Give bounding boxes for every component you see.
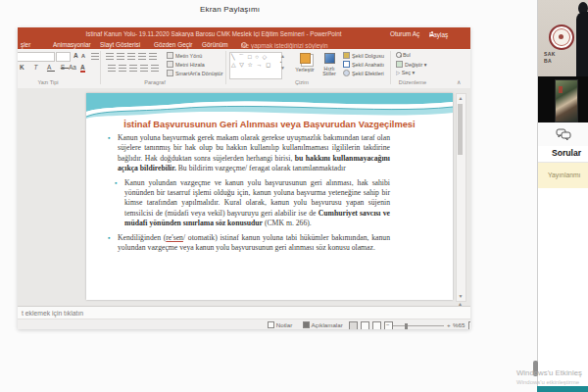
- bullet-icon: ▪: [108, 133, 110, 143]
- select-button[interactable]: ▷ Seç ▾: [396, 70, 435, 75]
- quick-styles-button[interactable]: Hızlı Stiller: [318, 53, 340, 76]
- collapse-ribbon-icon[interactable]: ∧: [457, 78, 461, 85]
- shape-effects-button[interactable]: Şekil Efektleri: [343, 70, 386, 76]
- replace-button[interactable]: Değiştir ▾: [396, 61, 435, 68]
- bullet-icon: ▪: [115, 178, 117, 188]
- shapes-gallery[interactable]: ╲ ⌒ □ ○ ◇△ ▽ ☆ → ◻: [229, 52, 282, 79]
- smartart-convert-button[interactable]: SmartArt'a Dönüştür: [167, 70, 223, 76]
- slide-bullet-3: ▪ Kendiliğinden (re'sen/ otomatik) istin…: [108, 233, 390, 254]
- screen-share-label: Ekran Paylaşımı: [200, 5, 260, 14]
- zoom-slider[interactable]: [393, 325, 444, 326]
- slide-scrollbar[interactable]: ▲ ▼: [456, 93, 466, 302]
- indent-decrease-icon[interactable]: [127, 53, 135, 60]
- notes-placeholder[interactable]: t eklemek için tıklatın: [22, 310, 83, 317]
- notes-icon: [268, 321, 274, 328]
- notes-toggle[interactable]: Notlar: [265, 321, 292, 328]
- align-text-icon: [167, 61, 173, 68]
- font-size-combobox[interactable]: [56, 52, 71, 62]
- self-view-thumbnail[interactable]: [555, 79, 578, 122]
- webinar-qa-panel: SAK BA Sorular Yayınlanmı: [537, 0, 588, 392]
- qa-published-tab[interactable]: Yayınlanmı: [538, 163, 588, 188]
- align-center-icon[interactable]: [119, 65, 126, 72]
- qa-panel-header: [538, 122, 588, 146]
- tab-gozden-gecir[interactable]: Gözden Geçir: [154, 41, 192, 48]
- reading-view-icon[interactable]: [372, 321, 381, 329]
- search-icon: [396, 52, 401, 57]
- group-separator: [225, 51, 226, 84]
- speaker-video[interactable]: SAK BA: [538, 0, 588, 122]
- fit-to-window-icon[interactable]: [468, 321, 470, 329]
- tab-slayt-gosterisi[interactable]: Slayt Gösterisi: [100, 41, 140, 48]
- cursor-icon: ▷: [396, 70, 400, 75]
- align-left-icon[interactable]: [108, 65, 116, 72]
- comments-toggle[interactable]: Açıklamalar: [300, 321, 343, 328]
- slide-canvas[interactable]: İstinaf Başvurusunun Geri Alınması veya …: [86, 93, 453, 300]
- drawing-group-label: Çizim: [287, 79, 317, 85]
- shapes-gallery-scroll[interactable]: ▲▪▼: [280, 53, 285, 71]
- slide-bullet-1: ▪ Kanun yoluna başvurmak gerek makam ola…: [108, 133, 390, 174]
- screen-share-view: Ekran Paylaşımı İstinaf Kanun Yolu- 19.1…: [0, 0, 588, 392]
- font-group-label: Yazı Tipi: [31, 79, 65, 85]
- scrollbar-thumb[interactable]: [458, 104, 463, 155]
- speech-bubbles-icon: [556, 128, 571, 141]
- clear-formatting-icon[interactable]: [91, 53, 99, 60]
- scroll-down-icon[interactable]: ▼: [457, 293, 465, 299]
- windows-activation-watermark-line2: Windows'u etkinleştirme: [516, 379, 579, 385]
- align-right-icon[interactable]: [129, 65, 137, 72]
- window-title: İstinaf Kanun Yolu- 19.11.2020 Sakarya B…: [67, 30, 361, 37]
- shape-outline-button[interactable]: Şekil Anahattı: [343, 61, 386, 68]
- tab-animasyonlar[interactable]: Animasyonlar: [53, 41, 91, 48]
- tab-gecisler-partial[interactable]: şler: [21, 41, 30, 48]
- notes-pane[interactable]: t eklemek için tıklatın: [18, 306, 470, 319]
- shape-outline-icon: [343, 61, 350, 68]
- strikethrough-button: S: [61, 64, 69, 71]
- numbered-list-icon[interactable]: [117, 53, 124, 60]
- change-case-button[interactable]: Aa: [69, 64, 76, 71]
- font-style-buttons[interactable]: K T A S: [20, 64, 69, 71]
- align-text-button[interactable]: Metni Hizala: [167, 61, 223, 68]
- bullet-icon: ▪: [108, 233, 110, 243]
- shape-fill-button[interactable]: Şekil Dolgusu: [343, 52, 386, 59]
- smartart-icon: [167, 70, 173, 76]
- text-direction-button[interactable]: Metin Yönü: [167, 52, 223, 59]
- tab-gorunum[interactable]: Görünüm: [202, 41, 228, 48]
- slide-editing-area: İstinaf Başvurusunun Geri Alınması veya …: [18, 88, 470, 306]
- powerpoint-window: İstinaf Kanun Yolu- 19.11.2020 Sakarya B…: [18, 27, 470, 329]
- find-button[interactable]: Bul: [396, 52, 435, 58]
- slide-body-text: ▪ Kanun yoluna başvurmak gerek makam ola…: [108, 133, 390, 257]
- italic-button: T: [34, 64, 42, 71]
- shape-effects-icon: [343, 70, 350, 76]
- qa-panel-title: Sorular: [552, 148, 581, 158]
- zoom-slider-thumb[interactable]: [405, 323, 408, 329]
- bar-association-logo: [549, 24, 574, 50]
- ribbon: A A K T A S Aa A Yazı Tipi Metin Yönü Me…: [18, 49, 470, 89]
- paragraph-group-label: Paragraf: [135, 79, 174, 85]
- grow-font-button[interactable]: A: [74, 52, 78, 59]
- bold-button: K: [20, 64, 28, 71]
- slide-bullet-2: ▪ Kanun yolundan vazgeçme ve kanun yolu …: [115, 178, 390, 229]
- poster-text-line2: BA: [544, 58, 577, 64]
- shrink-font-button[interactable]: A: [81, 53, 85, 59]
- slide-sorter-view-icon[interactable]: [361, 321, 369, 329]
- underline-button: A: [47, 64, 55, 71]
- status-bar: Notlar Açıklamalar − + %65: [18, 318, 470, 329]
- zoom-out-button[interactable]: −: [386, 321, 390, 328]
- scroll-up-icon[interactable]: ▲: [457, 95, 465, 101]
- line-spacing-icon[interactable]: [149, 53, 157, 60]
- poster-text-line1: SAK: [544, 51, 577, 57]
- normal-view-icon[interactable]: [349, 321, 358, 329]
- sign-in-button[interactable]: Oturum Aç: [390, 30, 419, 37]
- bullet-list-icon[interactable]: [106, 53, 114, 60]
- zoom-level[interactable]: %65: [453, 321, 465, 328]
- justify-icon[interactable]: [140, 65, 148, 72]
- font-color-button[interactable]: A: [80, 64, 85, 73]
- comments-icon: [303, 321, 310, 328]
- indent-increase-icon[interactable]: [138, 53, 146, 60]
- columns-icon[interactable]: [151, 65, 159, 72]
- zoom-in-button[interactable]: +: [447, 321, 451, 328]
- editing-group-label: Düzenleme: [388, 79, 437, 85]
- replace-icon: [396, 61, 403, 68]
- font-name-combobox[interactable]: [18, 52, 55, 62]
- arrange-button[interactable]: Yerleştir: [292, 53, 318, 73]
- ribbon-tab-row: şler Animasyonlar Slayt Gösterisi Gözden…: [18, 40, 470, 49]
